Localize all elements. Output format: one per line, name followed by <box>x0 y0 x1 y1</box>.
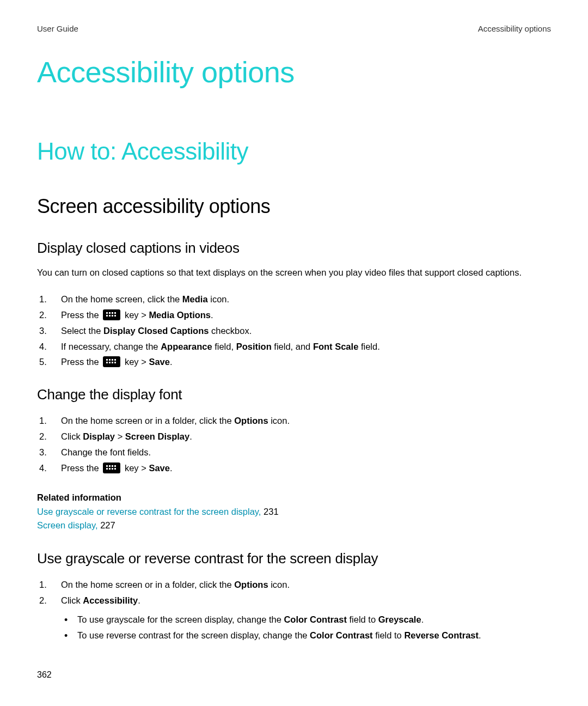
subsection-change-font: Change the display font <box>37 386 551 403</box>
menu-key-icon <box>103 309 120 320</box>
subsection-closed-captions: Display closed captions in videos <box>37 240 551 257</box>
step: If necessary, change the Appearance fiel… <box>37 339 551 355</box>
related-link: Use grayscale or reverse contrast for th… <box>37 505 551 519</box>
related-link: Screen display, 227 <box>37 519 551 532</box>
bullet: To use reverse contrast for the screen d… <box>61 628 551 643</box>
step: Press the key > Media Options. <box>37 307 551 323</box>
related-info-title: Related information <box>37 492 551 503</box>
sub-bullets: To use grayscale for the screen display,… <box>61 612 551 643</box>
menu-key-icon <box>103 356 120 367</box>
step: On the home screen or in a folder, click… <box>37 413 551 429</box>
step: On the home screen, click the Media icon… <box>37 291 551 307</box>
step: Press the key > Save. <box>37 460 551 476</box>
step: Select the Display Closed Captions check… <box>37 323 551 339</box>
step: On the home screen or in a folder, click… <box>37 577 551 593</box>
page-header: User Guide Accessibility options <box>37 24 551 33</box>
steps-closed-captions: On the home screen, click the Media icon… <box>37 291 551 370</box>
bullet: To use grayscale for the screen display,… <box>61 612 551 628</box>
chapter-title: Accessibility options <box>37 55 551 89</box>
step: Click Accessibility. To use grayscale fo… <box>37 593 551 643</box>
header-right: Accessibility options <box>478 24 551 33</box>
section-title-howto: How to: Accessibility <box>37 138 551 165</box>
related-information: Related information Use grayscale or rev… <box>37 492 551 532</box>
steps-change-font: On the home screen or in a folder, click… <box>37 413 551 476</box>
step: Press the key > Save. <box>37 354 551 370</box>
step: Change the font fields. <box>37 445 551 460</box>
menu-key-icon <box>103 462 120 473</box>
section-screen-accessibility: Screen accessibility options <box>37 195 551 218</box>
steps-grayscale: On the home screen or in a folder, click… <box>37 577 551 643</box>
page-number: 362 <box>37 670 52 680</box>
header-left: User Guide <box>37 24 78 33</box>
intro-closed-captions: You can turn on closed captions so that … <box>37 266 551 279</box>
subsection-grayscale-reverse: Use grayscale or reverse contrast for th… <box>37 550 551 567</box>
link-grayscale-reverse[interactable]: Use grayscale or reverse contrast for th… <box>37 507 261 516</box>
step: Click Display > Screen Display. <box>37 429 551 445</box>
link-screen-display[interactable]: Screen display, <box>37 520 98 530</box>
